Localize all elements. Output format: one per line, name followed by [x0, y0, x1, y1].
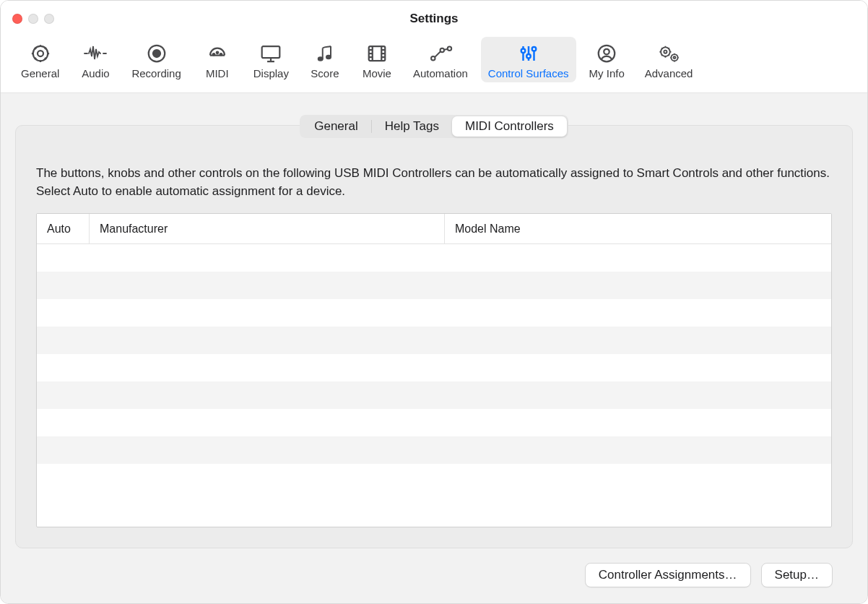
zoom-window-button[interactable]: [44, 14, 54, 24]
segment-midi-controllers[interactable]: MIDI Controllers: [452, 116, 567, 137]
tab-label: My Info: [589, 67, 625, 79]
table-row: [37, 409, 831, 436]
gear-icon: [30, 41, 51, 66]
table-row: [37, 354, 831, 381]
tab-audio[interactable]: Audio: [72, 37, 118, 82]
controller-assignments-button[interactable]: Controller Assignments…: [585, 563, 751, 587]
titlebar: Settings: [1, 1, 867, 37]
panel-description: The buttons, knobs and other controls on…: [36, 165, 832, 200]
tab-label: Advanced: [645, 67, 693, 79]
svg-point-29: [526, 54, 531, 59]
tab-label: Score: [311, 67, 339, 79]
segmented-control: General Help Tags MIDI Controllers: [300, 115, 568, 138]
tab-control-surfaces[interactable]: Control Surfaces: [481, 37, 576, 82]
midi-icon: [207, 41, 228, 66]
svg-point-32: [604, 49, 609, 55]
svg-rect-8: [262, 46, 280, 58]
gears-icon: [657, 41, 680, 66]
tab-general[interactable]: General: [14, 37, 66, 82]
tab-midi[interactable]: MIDI: [194, 37, 240, 82]
tab-label: Automation: [413, 67, 468, 79]
tab-recording[interactable]: Recording: [124, 37, 188, 82]
waveform-icon: [83, 41, 108, 66]
svg-point-23: [440, 48, 443, 52]
automation-icon: [428, 41, 453, 66]
svg-point-0: [38, 51, 43, 56]
svg-point-36: [674, 56, 676, 59]
tab-label: Recording: [131, 67, 181, 79]
tab-label: MIDI: [206, 67, 229, 79]
close-window-button[interactable]: [12, 14, 22, 24]
settings-window: Settings General Audio: [0, 0, 868, 604]
tab-label: Audio: [82, 67, 109, 79]
table-header: Auto Manufacturer Model Name: [37, 214, 831, 244]
segment-general[interactable]: General: [301, 116, 370, 137]
svg-point-5: [217, 52, 219, 54]
tab-advanced[interactable]: Advanced: [638, 37, 700, 82]
table-row: [37, 381, 831, 409]
footer-buttons: Controller Assignments… Setup…: [15, 548, 853, 590]
controllers-table: Auto Manufacturer Model Name: [36, 213, 832, 527]
film-icon: [366, 41, 388, 66]
tab-score[interactable]: Score: [302, 37, 348, 82]
music-notes-icon: [314, 41, 336, 66]
person-circle-icon: [596, 41, 617, 66]
window-title: Settings: [1, 12, 867, 26]
setup-button[interactable]: Setup…: [761, 563, 833, 587]
tab-label: General: [21, 67, 59, 79]
tab-my-info[interactable]: My Info: [582, 37, 632, 82]
svg-point-28: [521, 49, 525, 53]
tab-label: Control Surfaces: [488, 67, 569, 79]
table-body[interactable]: [37, 244, 831, 527]
record-icon: [146, 41, 168, 66]
svg-point-30: [531, 47, 536, 51]
window-controls: [12, 14, 54, 24]
table-row: [37, 327, 831, 354]
tab-label: Movie: [363, 67, 391, 79]
svg-point-24: [448, 46, 451, 50]
column-header-manufacturer[interactable]: Manufacturer: [89, 214, 444, 243]
table-row: [37, 299, 831, 327]
sliders-icon: [518, 41, 539, 66]
display-icon: [259, 41, 282, 66]
segment-help-tags[interactable]: Help Tags: [372, 116, 452, 137]
preferences-toolbar: General Audio Recording: [1, 37, 867, 93]
table-row: [37, 436, 831, 464]
tab-display[interactable]: Display: [246, 37, 296, 82]
svg-point-3: [153, 50, 160, 57]
tab-label: Display: [253, 67, 289, 79]
midi-controllers-panel: The buttons, knobs and other controls on…: [15, 125, 853, 548]
tab-movie[interactable]: Movie: [354, 37, 400, 82]
column-header-model-name[interactable]: Model Name: [444, 214, 831, 243]
preferences-body: General Help Tags MIDI Controllers The b…: [1, 93, 867, 603]
column-header-auto[interactable]: Auto: [37, 214, 89, 243]
table-row: [37, 272, 831, 299]
svg-point-22: [431, 56, 435, 60]
table-row: [37, 244, 831, 272]
tab-automation[interactable]: Automation: [406, 37, 475, 82]
svg-point-34: [664, 51, 667, 53]
minimize-window-button[interactable]: [28, 14, 38, 24]
table-row: [37, 464, 831, 491]
svg-point-1: [32, 46, 48, 61]
